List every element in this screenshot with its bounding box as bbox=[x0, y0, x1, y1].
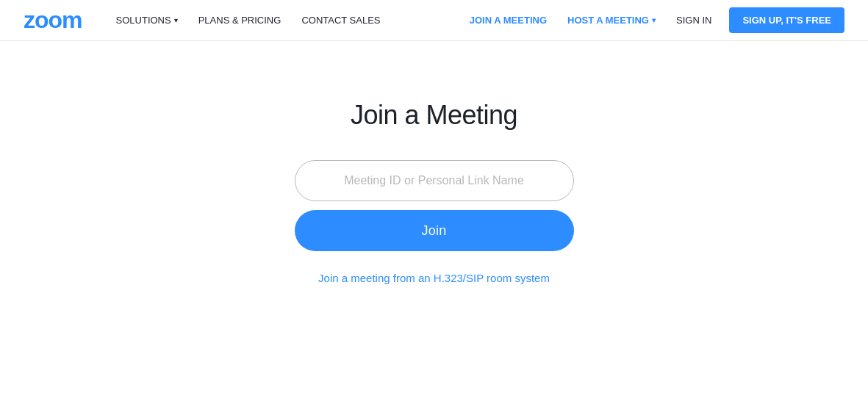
page-title: Join a Meeting bbox=[351, 100, 517, 131]
signup-button[interactable]: SIGN UP, IT'S FREE bbox=[729, 7, 844, 33]
navigation-bar: zoom SOLUTIONS ▾ PLANS & PRICING CONTACT… bbox=[0, 0, 868, 41]
nav-right-links: JOIN A MEETING HOST A MEETING ▾ SIGN IN … bbox=[459, 0, 844, 41]
nav-link-sign-in[interactable]: SIGN IN bbox=[666, 0, 722, 41]
nav-link-host-meeting[interactable]: HOST A MEETING ▾ bbox=[557, 0, 666, 41]
main-content: Join a Meeting Join Join a meeting from … bbox=[0, 41, 868, 284]
nav-left-links: SOLUTIONS ▾ PLANS & PRICING CONTACT SALE… bbox=[106, 0, 459, 41]
nav-link-plans-pricing[interactable]: PLANS & PRICING bbox=[188, 0, 292, 41]
nav-link-contact-sales[interactable]: CONTACT SALES bbox=[291, 0, 390, 41]
logo-text: zoom bbox=[24, 7, 82, 33]
nav-link-solutions[interactable]: SOLUTIONS ▾ bbox=[106, 0, 188, 41]
join-button[interactable]: Join bbox=[295, 210, 574, 251]
nav-link-join-meeting[interactable]: JOIN A MEETING bbox=[459, 0, 557, 41]
join-form: Join bbox=[295, 160, 574, 251]
chevron-down-icon: ▾ bbox=[652, 16, 656, 24]
meeting-id-input[interactable] bbox=[295, 160, 574, 201]
chevron-down-icon: ▾ bbox=[174, 16, 178, 24]
sip-room-link[interactable]: Join a meeting from an H.323/SIP room sy… bbox=[318, 272, 550, 284]
zoom-logo[interactable]: zoom bbox=[24, 7, 82, 34]
